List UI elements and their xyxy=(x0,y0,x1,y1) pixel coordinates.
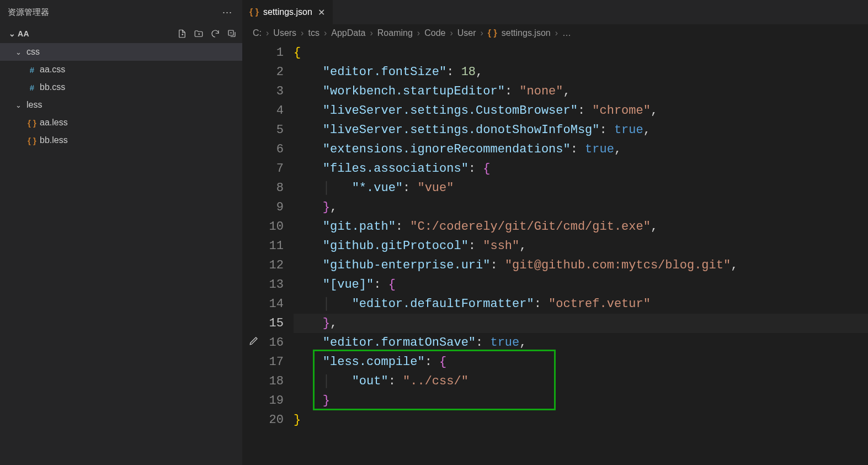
file-label: bb.css xyxy=(40,82,65,92)
project-name: AA xyxy=(18,29,176,38)
code-token: "C:/coderely/git/Git/cmd/git.exe" xyxy=(410,220,651,234)
breadcrumb-overflow[interactable]: … xyxy=(562,28,571,38)
folder-less[interactable]: ⌄ less xyxy=(0,96,242,114)
crumb-user[interactable]: User xyxy=(457,28,476,38)
file-aa-less[interactable]: { } aa.less xyxy=(0,114,242,131)
line-number: 11 xyxy=(265,236,284,256)
code-token: "extensions.ignoreRecommendations" xyxy=(323,142,571,156)
code-token: "editor.defaultFormatter" xyxy=(352,297,534,311)
code-token: "octref.vetur" xyxy=(549,297,651,311)
folder-label: less xyxy=(26,100,42,110)
chevron-right-icon: › xyxy=(324,28,327,38)
json-file-icon: { } xyxy=(26,118,38,128)
chevron-down-icon: ⌄ xyxy=(15,101,24,109)
code-token: "github.gitProtocol" xyxy=(323,239,468,253)
code-token: true xyxy=(490,336,519,350)
line-number: 9 xyxy=(265,198,284,217)
new-folder-icon[interactable] xyxy=(193,28,205,40)
chevron-right-icon: › xyxy=(417,28,420,38)
crumb-users[interactable]: Users xyxy=(273,28,296,38)
file-tree: ⌄ css # aa.css # bb.css ⌄ less { } aa.le… xyxy=(0,43,242,149)
file-label: aa.css xyxy=(40,65,65,75)
code-token: "liveServer.settings.CustomBrowser" xyxy=(323,104,578,118)
line-number: 4 xyxy=(265,101,284,120)
line-number: 12 xyxy=(265,256,284,275)
crumb-c[interactable]: C: xyxy=(253,28,262,38)
json-file-icon: { } xyxy=(249,7,259,17)
more-actions-icon[interactable]: ··· xyxy=(220,4,235,20)
code-token: "../css/" xyxy=(403,374,468,388)
chevron-down-icon: ⌄ xyxy=(15,48,24,56)
line-number: 13 xyxy=(265,275,284,294)
code-token: "[vue]" xyxy=(323,278,374,292)
code-token: 18 xyxy=(461,65,476,79)
crumb-appdata[interactable]: AppData xyxy=(331,28,365,38)
code-token: "editor.formatOnSave" xyxy=(323,336,476,350)
line-number: 10 xyxy=(265,217,284,236)
code-token: "git.path" xyxy=(323,220,396,234)
crumb-file[interactable]: settings.json xyxy=(502,28,551,38)
chevron-right-icon: › xyxy=(555,28,558,38)
code-content[interactable]: { "editor.fontSize": 18, "workbench.star… xyxy=(294,43,868,465)
chevron-right-icon: › xyxy=(450,28,452,38)
close-icon[interactable]: ✕ xyxy=(317,7,326,18)
chevron-right-icon: › xyxy=(301,28,303,38)
code-token: "github-enterprise.uri" xyxy=(323,258,491,272)
line-number: 3 xyxy=(265,82,284,101)
line-number: 20 xyxy=(265,410,284,430)
refresh-icon[interactable] xyxy=(209,28,221,40)
file-label: aa.less xyxy=(40,118,68,128)
line-number: 19 xyxy=(265,391,284,410)
line-number: 8 xyxy=(265,178,284,198)
line-number: 6 xyxy=(265,140,284,159)
code-token: "*.vue" xyxy=(352,181,403,195)
tab-label: settings.json xyxy=(263,7,312,17)
chevron-down-icon: ⌄ xyxy=(9,29,15,38)
explorer-sidebar: 资源管理器 ··· ⌄ AA ⌄ css # aa.cs xyxy=(0,0,243,465)
line-number: 17 xyxy=(265,352,284,372)
code-token: "git@github.com:mytcs/blog.git" xyxy=(505,258,731,272)
breadcrumb[interactable]: C: › Users › tcs › AppData › Roaming › C… xyxy=(243,24,868,42)
editor-tabs: { } settings.json ✕ xyxy=(243,0,868,24)
line-number: 7 xyxy=(265,159,284,178)
file-aa-css[interactable]: # aa.css xyxy=(0,61,242,78)
glyph-margin xyxy=(243,43,265,465)
chevron-right-icon: › xyxy=(481,28,483,38)
code-token: "none" xyxy=(519,84,563,98)
json-file-icon: { } xyxy=(26,136,38,145)
folder-label: css xyxy=(26,47,40,57)
code-token: "editor.fontSize" xyxy=(323,65,446,79)
collapse-all-icon[interactable] xyxy=(226,28,238,40)
file-bb-less[interactable]: { } bb.less xyxy=(0,131,242,149)
explorer-header: 资源管理器 ··· xyxy=(0,0,242,24)
line-number: 15 xyxy=(265,314,284,333)
crumb-tcs[interactable]: tcs xyxy=(308,28,319,38)
edit-pencil-icon[interactable] xyxy=(249,333,259,352)
crumb-code[interactable]: Code xyxy=(424,28,445,38)
code-token: "workbench.startupEditor" xyxy=(323,84,505,98)
chevron-right-icon: › xyxy=(370,28,372,38)
crumb-roaming[interactable]: Roaming xyxy=(377,28,413,38)
line-number: 18 xyxy=(265,372,284,391)
folder-css[interactable]: ⌄ css xyxy=(0,43,242,61)
json-file-icon: { } xyxy=(488,28,497,38)
project-root-row[interactable]: ⌄ AA xyxy=(0,24,242,43)
code-token: "out" xyxy=(352,374,388,388)
code-token: "vue" xyxy=(417,181,454,195)
line-number: 14 xyxy=(265,294,284,314)
code-editor[interactable]: 1 2 3 4 5 6 7 8 9 10 11 12 13 14 15 16 1… xyxy=(243,42,868,465)
code-token: "chrome" xyxy=(592,104,651,118)
line-number: 5 xyxy=(265,120,284,140)
file-bb-css[interactable]: # bb.css xyxy=(0,78,242,96)
line-numbers: 1 2 3 4 5 6 7 8 9 10 11 12 13 14 15 16 1… xyxy=(265,43,294,465)
chevron-right-icon: › xyxy=(266,28,269,38)
code-token: true xyxy=(614,123,643,137)
tab-settings-json[interactable]: { } settings.json ✕ xyxy=(243,0,333,24)
css-file-icon: # xyxy=(26,65,38,75)
explorer-title: 资源管理器 xyxy=(8,7,49,18)
code-token: "ssh" xyxy=(483,239,519,253)
code-token: "less.compile" xyxy=(323,355,425,369)
code-token: true xyxy=(585,142,614,156)
css-file-icon: # xyxy=(26,83,38,92)
new-file-icon[interactable] xyxy=(176,28,188,40)
